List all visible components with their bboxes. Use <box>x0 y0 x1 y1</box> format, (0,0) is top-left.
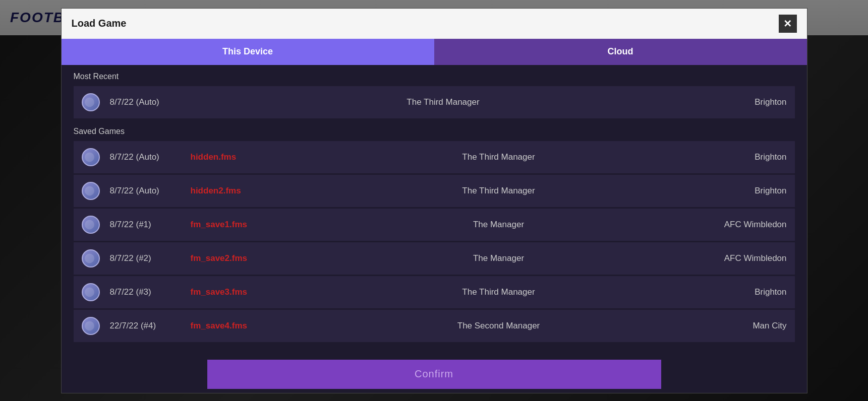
most-recent-date: 8/7/22 (Auto) <box>110 97 191 107</box>
save-icon-0 <box>82 148 100 166</box>
confirm-area: Confirm <box>62 352 807 393</box>
saved-game-manager-0: The Third Manager <box>302 152 696 162</box>
saved-game-manager-2: The Manager <box>302 220 696 230</box>
save-icon-3 <box>82 249 100 268</box>
dialog: Load Game ✕ This Device Cloud Most Recen… <box>61 8 807 393</box>
most-recent-row[interactable]: 8/7/22 (Auto) The Third Manager Brighton <box>74 86 795 118</box>
saved-game-date-5: 22/7/22 (#4) <box>110 321 191 331</box>
save-icon-4 <box>82 283 100 301</box>
saved-game-row[interactable]: 8/7/22 (#1) fm_save1.fms The Manager AFC… <box>74 209 795 241</box>
saved-game-club-1: Brighton <box>696 186 787 196</box>
saved-game-manager-1: The Third Manager <box>302 186 696 196</box>
save-icon-1 <box>82 182 100 200</box>
saved-games-list: 8/7/22 (Auto) hidden.fms The Third Manag… <box>74 141 795 342</box>
saved-game-date-2: 8/7/22 (#1) <box>110 220 191 230</box>
saved-game-club-5: Man City <box>696 321 787 331</box>
saved-game-row[interactable]: 22/7/22 (#4) fm_save4.fms The Second Man… <box>74 310 795 342</box>
confirm-button[interactable]: Confirm <box>207 360 661 389</box>
saved-game-club-3: AFC Wimbledon <box>696 253 787 263</box>
saved-game-filename-2: fm_save1.fms <box>191 220 302 230</box>
saved-game-row[interactable]: 8/7/22 (#2) fm_save2.fms The Manager AFC… <box>74 242 795 275</box>
modal-overlay: Load Game ✕ This Device Cloud Most Recen… <box>0 0 868 401</box>
saved-game-filename-0: hidden.fms <box>191 152 302 162</box>
saved-game-club-2: AFC Wimbledon <box>696 220 787 230</box>
saved-game-filename-1: hidden2.fms <box>191 186 302 196</box>
saved-games-label: Saved Games <box>74 120 795 141</box>
saved-game-date-3: 8/7/22 (#2) <box>110 253 191 263</box>
most-recent-label: Most Recent <box>74 65 795 86</box>
close-button[interactable]: ✕ <box>779 15 797 33</box>
saved-game-manager-3: The Manager <box>302 253 696 263</box>
saved-game-club-0: Brighton <box>696 152 787 162</box>
tab-bar: This Device Cloud <box>62 39 807 65</box>
saved-game-manager-4: The Third Manager <box>302 287 696 297</box>
tab-cloud[interactable]: Cloud <box>434 39 807 65</box>
most-recent-manager: The Third Manager <box>191 97 696 107</box>
dialog-title: Load Game <box>72 18 127 29</box>
save-icon-5 <box>82 317 100 335</box>
dialog-titlebar: Load Game ✕ <box>62 9 807 39</box>
save-icon-recent <box>82 93 100 111</box>
saved-game-filename-5: fm_save4.fms <box>191 321 302 331</box>
saved-game-date-0: 8/7/22 (Auto) <box>110 152 191 162</box>
saved-game-row[interactable]: 8/7/22 (#3) fm_save3.fms The Third Manag… <box>74 276 795 308</box>
saved-game-row[interactable]: 8/7/22 (Auto) hidden2.fms The Third Mana… <box>74 175 795 207</box>
saved-game-filename-3: fm_save2.fms <box>191 253 302 263</box>
most-recent-club: Brighton <box>696 97 787 107</box>
saved-game-filename-4: fm_save3.fms <box>191 287 302 297</box>
saved-game-row[interactable]: 8/7/22 (Auto) hidden.fms The Third Manag… <box>74 141 795 173</box>
dialog-content: Most Recent 8/7/22 (Auto) The Third Mana… <box>62 65 807 352</box>
saved-game-date-4: 8/7/22 (#3) <box>110 287 191 297</box>
saved-game-date-1: 8/7/22 (Auto) <box>110 186 191 196</box>
save-icon-2 <box>82 216 100 234</box>
saved-game-club-4: Brighton <box>696 287 787 297</box>
tab-this-device[interactable]: This Device <box>62 39 434 65</box>
saved-game-manager-5: The Second Manager <box>302 321 696 331</box>
